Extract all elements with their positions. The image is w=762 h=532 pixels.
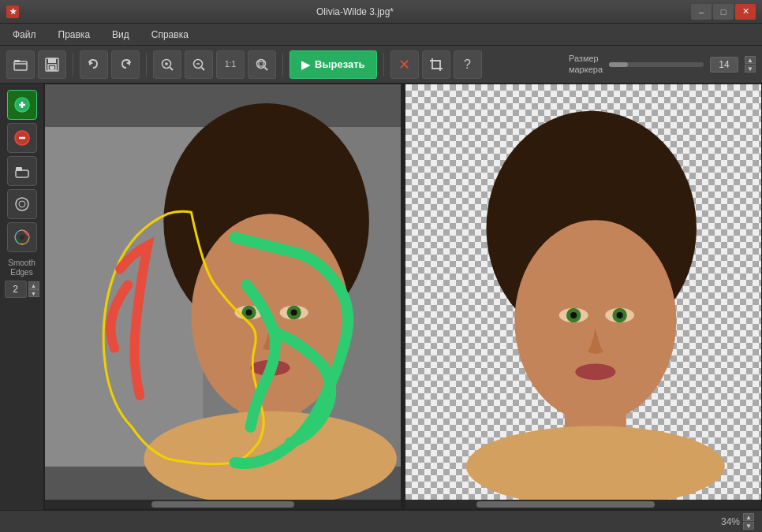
canvas-panels bbox=[44, 84, 762, 510]
undo-icon bbox=[86, 57, 102, 73]
svg-line-9 bbox=[170, 67, 174, 70]
cut-label: Вырезать bbox=[315, 58, 365, 70]
open-icon bbox=[13, 57, 28, 73]
zoom-value: 34% bbox=[721, 516, 740, 527]
window-title: Olivia-Wilde 3.jpg* bbox=[19, 6, 691, 17]
save-button[interactable] bbox=[38, 50, 66, 79]
toolbar-sep-4 bbox=[383, 53, 384, 76]
svg-point-40 bbox=[291, 310, 297, 316]
marker-size-section: Размер маркера 14 ▲ ▼ bbox=[569, 54, 756, 74]
zoom-in-icon bbox=[159, 57, 175, 73]
smooth-edges-input[interactable] bbox=[5, 281, 27, 298]
menu-bar: Файл Правка Вид Справка bbox=[0, 24, 762, 46]
smooth-edges-down[interactable]: ▼ bbox=[28, 289, 39, 297]
svg-point-48 bbox=[570, 312, 577, 318]
marker-size-down[interactable]: ▼ bbox=[745, 65, 756, 73]
marker-size-spinners: ▲ ▼ bbox=[745, 56, 756, 73]
zoom-fit-icon bbox=[254, 57, 270, 73]
cancel-button[interactable]: ✕ bbox=[390, 50, 419, 79]
svg-point-52 bbox=[575, 364, 615, 381]
menu-edit[interactable]: Правка bbox=[49, 26, 100, 43]
left-canvas-svg bbox=[45, 84, 401, 509]
svg-rect-5 bbox=[50, 66, 54, 69]
svg-point-43 bbox=[514, 220, 676, 422]
left-toolbar: SmoothEdges ▲ ▼ bbox=[0, 84, 44, 510]
smooth-edges-section: SmoothEdges ▲ ▼ bbox=[5, 259, 39, 298]
redo-icon bbox=[118, 57, 133, 73]
circle-tool-button[interactable] bbox=[7, 189, 37, 219]
svg-rect-23 bbox=[16, 170, 28, 177]
toolbar: 1:1 ▶ Вырезать ✕ ? Размер маркера 14 ▲ ▼ bbox=[0, 46, 762, 84]
svg-point-26 bbox=[19, 201, 25, 207]
add-tool-button[interactable] bbox=[7, 90, 37, 120]
svg-point-51 bbox=[617, 312, 623, 318]
add-icon bbox=[13, 96, 31, 113]
zoom-fit-button[interactable] bbox=[248, 50, 276, 79]
svg-point-25 bbox=[16, 198, 28, 210]
window-controls: – □ ✕ bbox=[691, 4, 756, 20]
marker-size-label: Размер маркера bbox=[569, 54, 603, 74]
svg-rect-0 bbox=[14, 61, 27, 70]
title-bar: ★ Olivia-Wilde 3.jpg* – □ ✕ bbox=[0, 0, 762, 24]
svg-rect-17 bbox=[259, 61, 263, 66]
marker-size-up[interactable]: ▲ bbox=[745, 56, 756, 64]
toolbar-sep-2 bbox=[146, 53, 147, 76]
svg-rect-3 bbox=[48, 58, 56, 63]
minimize-button[interactable]: – bbox=[691, 4, 712, 20]
close-button[interactable]: ✕ bbox=[735, 4, 756, 20]
svg-marker-7 bbox=[126, 61, 130, 65]
svg-point-37 bbox=[246, 310, 252, 316]
zoom-spinners: ▲ ▼ bbox=[743, 513, 754, 530]
help-button[interactable]: ? bbox=[454, 50, 482, 79]
color-wheel-icon bbox=[13, 228, 32, 247]
left-canvas-panel[interactable] bbox=[44, 84, 402, 510]
smooth-edges-spinners: ▲ ▼ bbox=[28, 281, 39, 297]
svg-point-28 bbox=[20, 235, 24, 240]
eraser-tool-button[interactable] bbox=[7, 156, 37, 186]
menu-view[interactable]: Вид bbox=[103, 26, 139, 43]
zoom-out-button[interactable] bbox=[185, 50, 213, 79]
circle-icon bbox=[13, 195, 31, 213]
eraser-icon bbox=[13, 162, 31, 180]
crop-icon bbox=[428, 57, 444, 73]
zoom-100-button[interactable]: 1:1 bbox=[216, 50, 245, 79]
right-canvas-panel[interactable] bbox=[405, 84, 762, 510]
toolbar-sep-3 bbox=[282, 53, 283, 76]
toolbar-sep-1 bbox=[73, 53, 73, 76]
svg-rect-1 bbox=[14, 60, 20, 62]
right-canvas-svg bbox=[405, 84, 761, 509]
svg-point-45 bbox=[466, 426, 725, 508]
status-bar: 34% ▲ ▼ bbox=[0, 510, 762, 532]
svg-line-16 bbox=[265, 67, 268, 70]
svg-line-13 bbox=[202, 67, 205, 70]
menu-help[interactable]: Справка bbox=[142, 26, 198, 43]
smooth-edges-up[interactable]: ▲ bbox=[28, 281, 39, 289]
marker-size-slider[interactable] bbox=[609, 62, 704, 67]
crop-button[interactable] bbox=[422, 50, 450, 79]
open-button[interactable] bbox=[6, 50, 35, 79]
smooth-edges-control: ▲ ▼ bbox=[5, 281, 39, 298]
marker-size-value: 14 bbox=[710, 57, 738, 73]
app-icon: ★ bbox=[6, 6, 19, 18]
main-area: SmoothEdges ▲ ▼ bbox=[0, 84, 762, 510]
svg-point-15 bbox=[257, 59, 266, 68]
zoom-out-icon bbox=[191, 57, 207, 73]
zoom-down[interactable]: ▼ bbox=[743, 522, 754, 530]
cut-button[interactable]: ▶ Вырезать bbox=[289, 50, 377, 79]
redo-button[interactable] bbox=[111, 50, 140, 79]
canvas-area bbox=[44, 84, 762, 510]
menu-file[interactable]: Файл bbox=[3, 26, 46, 43]
zoom-up[interactable]: ▲ bbox=[743, 513, 754, 521]
play-icon: ▶ bbox=[301, 58, 310, 71]
svg-rect-24 bbox=[16, 167, 22, 171]
maximize-button[interactable]: □ bbox=[713, 4, 734, 20]
save-icon bbox=[44, 57, 60, 73]
remove-icon bbox=[13, 129, 31, 147]
zoom-in-button[interactable] bbox=[153, 50, 181, 79]
smooth-edges-label: SmoothEdges bbox=[8, 259, 35, 277]
color-tool-button[interactable] bbox=[7, 222, 37, 252]
svg-marker-6 bbox=[89, 61, 93, 65]
undo-button[interactable] bbox=[80, 50, 108, 79]
remove-tool-button[interactable] bbox=[7, 123, 37, 153]
